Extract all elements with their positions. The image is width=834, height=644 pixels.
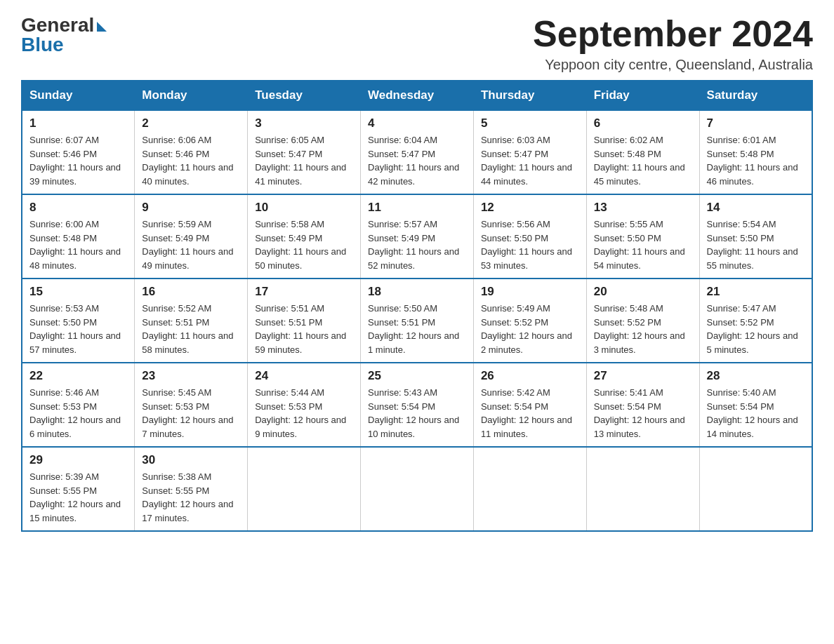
day-number: 1 (29, 116, 127, 130)
calendar-table: SundayMondayTuesdayWednesdayThursdayFrid… (21, 80, 813, 532)
calendar-cell: 17 Sunrise: 5:51 AM Sunset: 5:51 PM Dayl… (248, 279, 361, 363)
calendar-cell: 22 Sunrise: 5:46 AM Sunset: 5:53 PM Dayl… (22, 363, 135, 447)
calendar-cell: 4 Sunrise: 6:04 AM Sunset: 5:47 PM Dayli… (361, 110, 474, 194)
calendar-cell (248, 447, 361, 531)
day-info: Sunrise: 6:06 AM Sunset: 5:46 PM Dayligh… (142, 133, 240, 188)
page-header: General Blue September 2024 Yeppoon city… (21, 14, 813, 73)
day-number: 25 (368, 369, 466, 383)
calendar-cell: 13 Sunrise: 5:55 AM Sunset: 5:50 PM Dayl… (586, 194, 699, 279)
day-number: 27 (594, 369, 692, 383)
day-info: Sunrise: 5:52 AM Sunset: 5:51 PM Dayligh… (142, 302, 240, 356)
calendar-cell: 8 Sunrise: 6:00 AM Sunset: 5:48 PM Dayli… (22, 194, 135, 279)
day-number: 12 (481, 201, 579, 215)
weekday-header-monday: Monday (135, 81, 248, 110)
day-info: Sunrise: 5:55 AM Sunset: 5:50 PM Dayligh… (594, 217, 692, 272)
logo-arrow-icon (97, 22, 107, 32)
calendar-cell: 19 Sunrise: 5:49 AM Sunset: 5:52 PM Dayl… (473, 279, 586, 363)
day-number: 9 (142, 201, 240, 215)
day-info: Sunrise: 5:54 AM Sunset: 5:50 PM Dayligh… (707, 217, 805, 272)
day-number: 28 (707, 369, 805, 383)
day-info: Sunrise: 5:58 AM Sunset: 5:49 PM Dayligh… (255, 217, 353, 272)
calendar-week-row: 8 Sunrise: 6:00 AM Sunset: 5:48 PM Dayli… (22, 194, 812, 279)
day-info: Sunrise: 5:44 AM Sunset: 5:53 PM Dayligh… (255, 386, 353, 441)
location-text: Yeppoon city centre, Queensland, Austral… (533, 57, 813, 73)
weekday-header-thursday: Thursday (473, 81, 586, 110)
calendar-cell: 14 Sunrise: 5:54 AM Sunset: 5:50 PM Dayl… (699, 194, 812, 279)
day-info: Sunrise: 5:43 AM Sunset: 5:54 PM Dayligh… (368, 386, 466, 441)
day-number: 26 (481, 369, 579, 383)
weekday-header-tuesday: Tuesday (248, 81, 361, 110)
calendar-cell: 15 Sunrise: 5:53 AM Sunset: 5:50 PM Dayl… (22, 279, 135, 363)
day-info: Sunrise: 5:40 AM Sunset: 5:54 PM Dayligh… (707, 386, 805, 441)
day-info: Sunrise: 6:00 AM Sunset: 5:48 PM Dayligh… (29, 217, 127, 272)
calendar-cell: 30 Sunrise: 5:38 AM Sunset: 5:55 PM Dayl… (135, 447, 248, 531)
day-number: 21 (707, 285, 805, 299)
day-number: 24 (255, 369, 353, 383)
day-number: 11 (368, 201, 466, 215)
calendar-cell: 23 Sunrise: 5:45 AM Sunset: 5:53 PM Dayl… (135, 363, 248, 447)
day-info: Sunrise: 5:45 AM Sunset: 5:53 PM Dayligh… (142, 386, 240, 441)
day-number: 14 (707, 201, 805, 215)
calendar-cell (586, 447, 699, 531)
weekday-header-saturday: Saturday (699, 81, 812, 110)
calendar-cell: 11 Sunrise: 5:57 AM Sunset: 5:49 PM Dayl… (361, 194, 474, 279)
day-number: 30 (142, 453, 240, 467)
day-info: Sunrise: 5:50 AM Sunset: 5:51 PM Dayligh… (368, 302, 466, 356)
day-info: Sunrise: 6:05 AM Sunset: 5:47 PM Dayligh… (255, 133, 353, 188)
day-info: Sunrise: 5:42 AM Sunset: 5:54 PM Dayligh… (481, 386, 579, 441)
day-info: Sunrise: 5:41 AM Sunset: 5:54 PM Dayligh… (594, 386, 692, 441)
day-number: 6 (594, 116, 692, 130)
day-number: 23 (142, 369, 240, 383)
day-number: 18 (368, 285, 466, 299)
day-info: Sunrise: 6:02 AM Sunset: 5:48 PM Dayligh… (594, 133, 692, 188)
weekday-header-row: SundayMondayTuesdayWednesdayThursdayFrid… (22, 81, 812, 110)
day-info: Sunrise: 6:04 AM Sunset: 5:47 PM Dayligh… (368, 133, 466, 188)
day-info: Sunrise: 5:53 AM Sunset: 5:50 PM Dayligh… (29, 302, 127, 356)
calendar-cell (699, 447, 812, 531)
day-number: 15 (29, 285, 127, 299)
title-block: September 2024 Yeppoon city centre, Quee… (533, 14, 813, 73)
day-number: 29 (29, 453, 127, 467)
day-number: 2 (142, 116, 240, 130)
day-number: 7 (707, 116, 805, 130)
weekday-header-sunday: Sunday (22, 81, 135, 110)
day-number: 8 (29, 201, 127, 215)
day-number: 19 (481, 285, 579, 299)
calendar-cell: 1 Sunrise: 6:07 AM Sunset: 5:46 PM Dayli… (22, 110, 135, 194)
calendar-cell: 10 Sunrise: 5:58 AM Sunset: 5:49 PM Dayl… (248, 194, 361, 279)
calendar-week-row: 22 Sunrise: 5:46 AM Sunset: 5:53 PM Dayl… (22, 363, 812, 447)
day-info: Sunrise: 5:46 AM Sunset: 5:53 PM Dayligh… (29, 386, 127, 441)
calendar-cell: 25 Sunrise: 5:43 AM Sunset: 5:54 PM Dayl… (361, 363, 474, 447)
calendar-cell: 6 Sunrise: 6:02 AM Sunset: 5:48 PM Dayli… (586, 110, 699, 194)
calendar-week-row: 1 Sunrise: 6:07 AM Sunset: 5:46 PM Dayli… (22, 110, 812, 194)
calendar-cell: 20 Sunrise: 5:48 AM Sunset: 5:52 PM Dayl… (586, 279, 699, 363)
calendar-cell: 5 Sunrise: 6:03 AM Sunset: 5:47 PM Dayli… (473, 110, 586, 194)
day-info: Sunrise: 5:48 AM Sunset: 5:52 PM Dayligh… (594, 302, 692, 356)
calendar-cell: 24 Sunrise: 5:44 AM Sunset: 5:53 PM Dayl… (248, 363, 361, 447)
calendar-cell (361, 447, 474, 531)
day-info: Sunrise: 5:39 AM Sunset: 5:55 PM Dayligh… (29, 470, 127, 525)
day-number: 13 (594, 201, 692, 215)
weekday-header-friday: Friday (586, 81, 699, 110)
calendar-cell: 27 Sunrise: 5:41 AM Sunset: 5:54 PM Dayl… (586, 363, 699, 447)
calendar-cell: 12 Sunrise: 5:56 AM Sunset: 5:50 PM Dayl… (473, 194, 586, 279)
calendar-cell: 26 Sunrise: 5:42 AM Sunset: 5:54 PM Dayl… (473, 363, 586, 447)
calendar-cell: 3 Sunrise: 6:05 AM Sunset: 5:47 PM Dayli… (248, 110, 361, 194)
day-info: Sunrise: 6:01 AM Sunset: 5:48 PM Dayligh… (707, 133, 805, 188)
logo: General Blue (21, 14, 107, 56)
weekday-header-wednesday: Wednesday (361, 81, 474, 110)
calendar-cell: 9 Sunrise: 5:59 AM Sunset: 5:49 PM Dayli… (135, 194, 248, 279)
calendar-week-row: 15 Sunrise: 5:53 AM Sunset: 5:50 PM Dayl… (22, 279, 812, 363)
calendar-cell: 29 Sunrise: 5:39 AM Sunset: 5:55 PM Dayl… (22, 447, 135, 531)
day-number: 20 (594, 285, 692, 299)
calendar-cell (473, 447, 586, 531)
day-number: 17 (255, 285, 353, 299)
day-number: 5 (481, 116, 579, 130)
day-number: 4 (368, 116, 466, 130)
calendar-cell: 7 Sunrise: 6:01 AM Sunset: 5:48 PM Dayli… (699, 110, 812, 194)
calendar-cell: 2 Sunrise: 6:06 AM Sunset: 5:46 PM Dayli… (135, 110, 248, 194)
calendar-cell: 28 Sunrise: 5:40 AM Sunset: 5:54 PM Dayl… (699, 363, 812, 447)
month-title: September 2024 (533, 14, 813, 54)
day-number: 22 (29, 369, 127, 383)
day-info: Sunrise: 5:59 AM Sunset: 5:49 PM Dayligh… (142, 217, 240, 272)
